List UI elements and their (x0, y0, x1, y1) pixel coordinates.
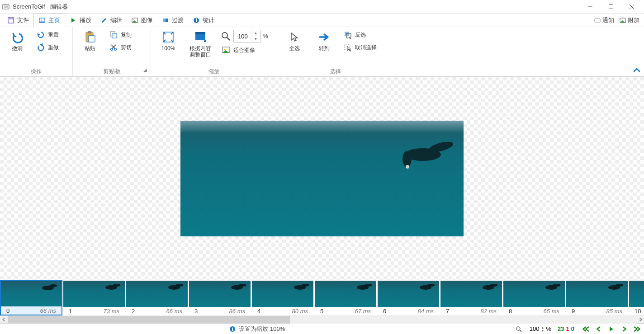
prev-frame-button[interactable] (593, 325, 604, 334)
frame-item[interactable]: 985 ms (566, 280, 628, 315)
label: 撤消 (12, 45, 23, 52)
reset-button[interactable]: 重置 (33, 29, 69, 41)
scissors-icon (109, 43, 118, 52)
frame-duration: 66 ms (40, 307, 56, 314)
first-frame-button[interactable] (581, 325, 592, 334)
tab-transition[interactable]: 过渡 (157, 14, 188, 27)
magnifier-icon (221, 31, 231, 41)
frame-item[interactable]: 480 ms (251, 280, 314, 315)
group-label: 操作 (4, 67, 69, 75)
group-zoom: 100% 根据内容 调整窗口 ▲▼ % (151, 27, 277, 76)
svg-point-31 (222, 33, 227, 38)
label: 取消选择 (355, 44, 377, 52)
group-clipboard: 粘贴 复制 剪切 剪贴板◢ (73, 27, 151, 76)
frame-item[interactable]: 10 (629, 280, 644, 315)
tab-label: 文件 (17, 16, 29, 24)
svg-rect-35 (345, 32, 349, 36)
redo-button[interactable]: 重做 (33, 42, 69, 53)
frame-item[interactable]: 782 ms (440, 280, 502, 315)
tab-image[interactable]: 图像 (127, 14, 157, 27)
preview-image (180, 121, 464, 236)
collapse-ribbon-button[interactable] (632, 66, 641, 75)
zoom-value-field[interactable] (234, 33, 252, 40)
scroll-track[interactable] (8, 316, 636, 324)
frame-item[interactable]: 684 ms (377, 280, 440, 315)
paste-button[interactable]: 粘贴 (76, 29, 104, 52)
frame-item[interactable]: 386 ms (189, 280, 251, 315)
frame-item[interactable]: 173 ms (63, 280, 125, 315)
copy-icon (109, 30, 118, 39)
fit-image-button[interactable]: 适合图像 (219, 44, 273, 56)
close-button[interactable] (621, 0, 642, 14)
tab-stats[interactable]: i 统计 (188, 14, 219, 27)
picture-icon (620, 17, 626, 24)
label: 粘贴 (85, 45, 95, 52)
canvas[interactable] (0, 77, 644, 280)
frame-duration: 73 ms (104, 308, 119, 315)
ribbon: 撤消 重置 重做 操作 粘贴 (0, 27, 644, 77)
zoom-stepper[interactable]: ▲▼ (541, 326, 545, 332)
svg-point-39 (402, 151, 412, 167)
frame-index: 4 (257, 308, 260, 315)
frame-duration: 82 ms (481, 308, 497, 315)
frame-index: 3 (194, 308, 198, 315)
percent-label: % (263, 33, 268, 39)
svg-rect-3 (609, 5, 613, 9)
goto-button[interactable]: 转到 (311, 29, 338, 52)
maximize-button[interactable] (601, 0, 621, 14)
inverse-select-button[interactable]: 反选 (341, 29, 390, 41)
scroll-right-button[interactable] (636, 316, 644, 324)
frame-item[interactable]: 567 ms (314, 280, 377, 315)
tab-home[interactable]: 主页 (33, 14, 65, 27)
undo-button[interactable]: 撤消 (4, 29, 31, 52)
frame-duration: 84 ms (418, 308, 434, 315)
picture-icon (131, 17, 138, 24)
svg-point-41 (406, 165, 409, 169)
cut-button[interactable]: 剪切 (106, 42, 147, 53)
scroll-left-button[interactable] (0, 316, 8, 324)
svg-point-9 (41, 19, 42, 20)
extras-button[interactable]: 附加 (618, 16, 641, 24)
tab-file[interactable]: 文件 (3, 14, 33, 27)
spin-up[interactable]: ▲ (252, 30, 259, 36)
titlebar: ScreenToGif - 编辑器 (0, 0, 644, 14)
copy-button[interactable]: 复制 (106, 29, 147, 41)
dialog-launcher-icon[interactable]: ◢ (143, 67, 147, 72)
frame-index: 2 (132, 308, 135, 315)
frame-index: 0 (6, 307, 9, 314)
label: 根据内容 调整窗口 (189, 45, 211, 58)
svg-point-11 (133, 19, 134, 20)
frame-item[interactable]: 066 ms (0, 280, 62, 315)
frame-item[interactable]: 266 ms (126, 280, 188, 315)
select-all-button[interactable]: 全选 (281, 29, 308, 52)
zoom-100-button[interactable]: 100% (155, 29, 182, 52)
tab-play[interactable]: 播放 (65, 14, 96, 27)
svg-text:i: i (195, 17, 197, 24)
horizontal-scrollbar[interactable] (0, 315, 644, 323)
frame-item[interactable]: 865 ms (503, 280, 565, 315)
scroll-thumb[interactable] (8, 316, 290, 324)
status-zoom-value[interactable]: 100 (524, 325, 540, 332)
svg-rect-13 (166, 19, 168, 22)
last-frame-button[interactable] (631, 325, 642, 334)
tab-label: 编辑 (110, 16, 122, 24)
spin-down[interactable]: ▼ (252, 36, 259, 42)
cursor-icon (287, 30, 302, 44)
ribbon-tabs: 文件 主页 播放 编辑 图像 过渡 i 统计 通知 附加 (0, 14, 644, 27)
deselect-icon (343, 43, 352, 52)
zoom-input[interactable]: ▲▼ (233, 30, 260, 42)
play-button[interactable] (606, 325, 617, 334)
deselect-button[interactable]: 取消选择 (341, 42, 390, 53)
frames-strip[interactable]: 066 ms173 ms266 ms386 ms480 ms567 ms684 … (0, 280, 644, 315)
status-bar: i 设置为缩放 100% 100 ▲▼ % 23 1 0 (0, 323, 644, 334)
next-frame-button[interactable] (619, 325, 630, 334)
frame-duration: 66 ms (166, 308, 182, 315)
fit-window-button[interactable]: 根据内容 调整窗口 (185, 29, 216, 59)
frame-thumbnail (629, 281, 644, 307)
svg-rect-22 (112, 33, 117, 38)
notifications-button[interactable]: 通知 (592, 16, 616, 24)
tab-edit[interactable]: 编辑 (96, 14, 127, 27)
frame-index: 1 (69, 308, 72, 315)
minimize-button[interactable] (580, 0, 601, 14)
frame-thumbnail (440, 281, 502, 307)
